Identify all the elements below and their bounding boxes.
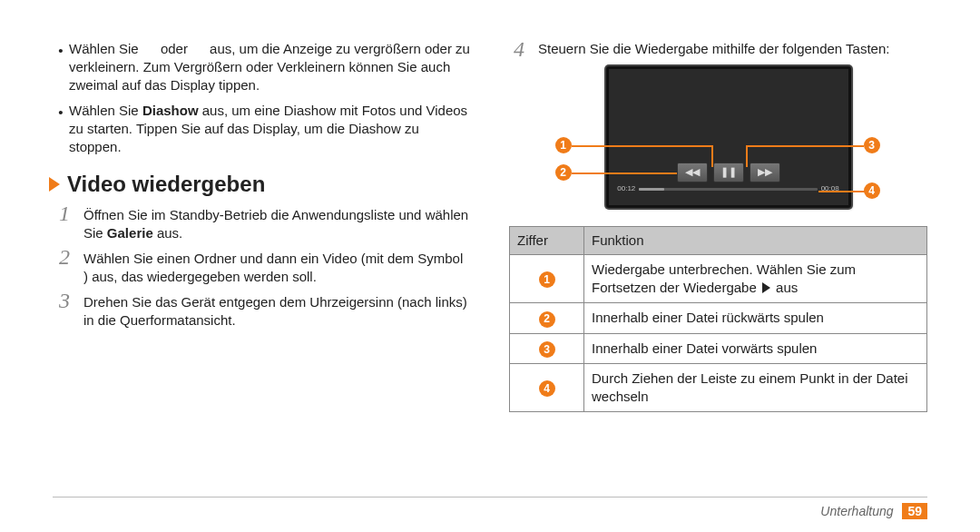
th-funktion: Funktion xyxy=(584,227,927,255)
footer-section: Unterhaltung xyxy=(820,504,893,518)
step-text: Wählen Sie einen Ordner und dann ein Vid… xyxy=(83,246,471,286)
pause-button[interactable]: ❚❚ xyxy=(713,163,744,182)
bullet-dot: • xyxy=(53,102,69,156)
txt: Wählen Sie xyxy=(69,103,142,118)
txt: aus. xyxy=(153,225,183,241)
cell-funktion: Wiedergabe unterbrechen. Wählen Sie zum … xyxy=(584,255,927,303)
txt: oder xyxy=(161,41,188,56)
bullet-item: • Wählen Sie Diashow aus, um eine Diasho… xyxy=(53,100,471,156)
table-row: 1 Wiedergabe unterbrechen. Wählen Sie zu… xyxy=(510,255,927,303)
step-number: 4 xyxy=(509,38,529,61)
ziffer-badge: 4 xyxy=(539,380,555,397)
callout-lead xyxy=(818,191,866,192)
cell-funktion: Innerhalb einer Datei vorwärts spulen xyxy=(584,333,927,363)
txt: aus xyxy=(772,280,798,295)
player-buttons: ◀◀ ❚❚ ▶▶ xyxy=(677,163,780,182)
ziffer-badge: 3 xyxy=(539,341,555,358)
table-header-row: Ziffer Funktion xyxy=(510,227,927,255)
callout-lead xyxy=(711,145,713,167)
bullet-text: Wählen Sie Diashow aus, um eine Diashow … xyxy=(69,102,471,156)
callout-4: 4 xyxy=(864,182,880,199)
page-columns: • Wählen Sie oder aus, um die Anzeige zu… xyxy=(53,38,927,497)
forward-icon: ▶▶ xyxy=(758,165,772,179)
step-text: Steuern Sie die Wiedergabe mithilfe der … xyxy=(538,38,927,61)
callout-lead xyxy=(572,145,711,147)
progress-done xyxy=(639,188,663,191)
callout-lead xyxy=(572,172,677,174)
step-text: Drehen Sie das Gerät entgegen dem Uhrzei… xyxy=(83,290,471,330)
cell-ziffer: 3 xyxy=(510,333,584,363)
callout-lead xyxy=(746,145,748,167)
bold-txt: Diashow xyxy=(142,103,199,118)
step-item: 2 Wählen Sie einen Ordner und dann ein V… xyxy=(54,246,471,286)
section-heading: Video wiedergeben xyxy=(49,170,471,199)
ziffer-badge: 1 xyxy=(539,271,555,288)
rewind-button[interactable]: ◀◀ xyxy=(677,163,708,182)
section-title: Video wiedergeben xyxy=(67,170,265,199)
step-number: 1 xyxy=(54,202,74,242)
cell-funktion: Durch Ziehen der Leiste zu einem Punkt i… xyxy=(584,363,927,411)
cell-ziffer: 2 xyxy=(510,303,584,333)
callout-2: 2 xyxy=(555,164,572,181)
callout-1: 1 xyxy=(555,137,572,153)
callout-lead xyxy=(746,145,864,147)
rewind-icon: ◀◀ xyxy=(685,165,700,179)
th-ziffer: Ziffer xyxy=(510,227,584,255)
table-row: 3 Innerhalb einer Datei vorwärts spulen xyxy=(510,333,927,363)
callout-3: 3 xyxy=(864,137,880,153)
right-column: 4 Steuern Sie die Wiedergabe mithilfe de… xyxy=(509,38,927,497)
left-column: • Wählen Sie oder aus, um die Anzeige zu… xyxy=(53,38,471,497)
step-item: 4 Steuern Sie die Wiedergabe mithilfe de… xyxy=(509,38,927,61)
step-number: 3 xyxy=(54,290,74,330)
cell-ziffer: 4 xyxy=(510,363,584,411)
ziffer-badge: 2 xyxy=(539,311,555,328)
chevron-right-icon xyxy=(49,177,60,192)
function-table: Ziffer Funktion 1 Wiedergabe unterbreche… xyxy=(509,226,927,412)
time-elapsed: 00:12 xyxy=(617,184,635,194)
txt: Wählen Sie xyxy=(69,41,139,56)
video-player-screenshot: ◀◀ ❚❚ ▶▶ 00:12 00:08 xyxy=(606,66,851,208)
forward-button[interactable]: ▶▶ xyxy=(750,163,780,182)
bullet-dot: • xyxy=(53,40,69,94)
cell-ziffer: 1 xyxy=(510,255,584,303)
table-row: 4 Durch Ziehen der Leiste zu einem Punkt… xyxy=(510,363,927,411)
bold-txt: Galerie xyxy=(107,225,153,241)
pause-icon: ❚❚ xyxy=(720,165,737,179)
table-row: 2 Innerhalb einer Datei rückwärts spulen xyxy=(510,303,927,333)
step-text: Öffnen Sie im Standby-Betrieb die Anwend… xyxy=(83,202,471,242)
bullet-text: Wählen Sie oder aus, um die Anzeige zu v… xyxy=(69,40,471,94)
play-icon xyxy=(762,282,770,293)
bullet-item: • Wählen Sie oder aus, um die Anzeige zu… xyxy=(53,38,471,94)
progress-row: 00:12 00:08 xyxy=(617,184,838,194)
player-figure: 1 2 3 4 ◀◀ ❚❚ ▶▶ 00:12 xyxy=(555,66,882,208)
progress-bar[interactable] xyxy=(639,188,817,191)
txt: Wiedergabe unterbrechen. Wählen Sie zum … xyxy=(592,261,856,295)
cell-funktion: Innerhalb einer Datei rückwärts spulen xyxy=(584,303,927,333)
control-bar: ◀◀ ❚❚ ▶▶ 00:12 00:08 xyxy=(611,160,847,196)
page-number: 59 xyxy=(902,503,927,519)
step-item: 1 Öffnen Sie im Standby-Betrieb die Anwe… xyxy=(54,202,471,242)
step-item: 3 Drehen Sie das Gerät entgegen dem Uhrz… xyxy=(54,290,471,330)
step-number: 2 xyxy=(54,246,74,286)
page-footer: Unterhaltung 59 xyxy=(53,497,927,519)
